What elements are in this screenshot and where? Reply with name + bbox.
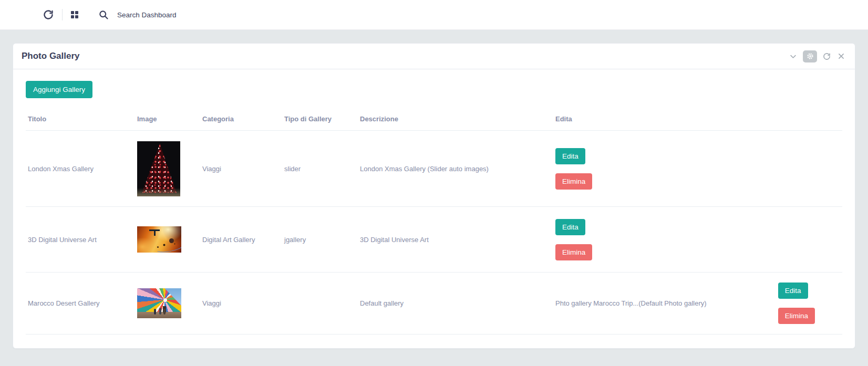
gallery-thumbnail — [137, 141, 180, 196]
cell-categoria: Viaggi — [200, 131, 282, 207]
search-bar — [98, 9, 306, 20]
table-header-row: Titolo Image Categoria Tipo di Gallery D… — [26, 109, 842, 131]
table-row: Marocco Desert Gallery Viaggi Default ga… — [26, 273, 842, 334]
panel-header: Photo Gallery — [13, 44, 855, 69]
gallery-table: Titolo Image Categoria Tipo di Gallery D… — [26, 109, 842, 334]
cell-titolo: London Xmas Gallery — [26, 131, 135, 207]
topbar — [0, 0, 868, 30]
cell-descrizione: Default gallery — [358, 273, 553, 334]
cell-tipo: slider — [282, 131, 358, 207]
delete-button[interactable]: Elimina — [778, 308, 815, 324]
main-content: Photo Gallery — [0, 30, 868, 362]
edit-button[interactable]: Edita — [778, 283, 808, 299]
search-input[interactable] — [117, 11, 306, 19]
panel-controls — [788, 50, 846, 62]
cell-tipo — [282, 273, 358, 334]
col-header-edita: Edita — [553, 109, 842, 131]
add-gallery-button[interactable]: Aggiungi Gallery — [26, 81, 92, 98]
cell-categoria: Digital Art Gallery — [200, 207, 282, 273]
photo-gallery-panel: Photo Gallery — [13, 43, 855, 349]
panel-title: Photo Gallery — [22, 51, 80, 61]
edit-button[interactable]: Edita — [555, 148, 585, 164]
reload-icon[interactable] — [822, 51, 832, 61]
cell-titolo: Marocco Desert Gallery — [26, 273, 135, 334]
cell-descrizione: 3D Digital Universe Art — [358, 207, 553, 273]
cell-extra-description: Phto gallery Marocco Trip...(Default Pho… — [555, 299, 707, 307]
col-header-categoria: Categoria — [200, 109, 282, 131]
cell-descrizione: London Xmas Gallery (Slider auto images) — [358, 131, 553, 207]
delete-button[interactable]: Elimina — [555, 244, 592, 260]
table-row: 3D Digital Universe Art Digital Art Gall… — [26, 207, 842, 273]
gallery-thumbnail — [137, 226, 181, 253]
search-icon — [98, 9, 109, 20]
edit-button[interactable]: Edita — [555, 219, 585, 235]
cell-titolo: 3D Digital Universe Art — [26, 207, 135, 273]
topbar-divider — [62, 9, 63, 20]
gallery-thumbnail — [137, 288, 181, 318]
cell-categoria: Viaggi — [200, 273, 282, 334]
col-header-descrizione: Descrizione — [358, 109, 553, 131]
col-header-tipo: Tipo di Gallery — [282, 109, 358, 131]
apps-grid-icon[interactable] — [69, 9, 80, 20]
col-header-image: Image — [135, 109, 200, 131]
hamburger-menu-icon[interactable] — [11, 8, 24, 22]
panel-body: Aggiungi Gallery Titolo Image Categoria … — [13, 69, 855, 348]
delete-button[interactable]: Elimina — [555, 173, 592, 190]
table-row: London Xmas Gallery Viaggi slider London… — [26, 131, 842, 207]
cell-tipo: jgallery — [282, 207, 358, 273]
chevron-down-icon[interactable] — [788, 51, 798, 61]
col-header-titolo: Titolo — [26, 109, 135, 131]
gear-icon[interactable] — [803, 50, 817, 62]
refresh-icon[interactable] — [41, 7, 56, 22]
close-icon[interactable] — [836, 51, 846, 61]
